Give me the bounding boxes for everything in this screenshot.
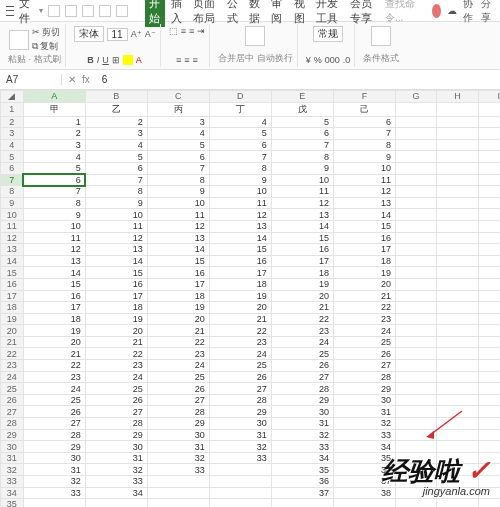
qat-save-icon[interactable]: [48, 5, 60, 17]
cell[interactable]: 12: [209, 209, 271, 221]
row-header[interactable]: 8: [1, 186, 24, 198]
row-header[interactable]: 10: [1, 209, 24, 221]
row-header[interactable]: 13: [1, 244, 24, 256]
cell[interactable]: [478, 313, 500, 325]
cell[interactable]: [395, 267, 436, 279]
cell[interactable]: [395, 348, 436, 360]
cell[interactable]: 21: [85, 336, 147, 348]
cell[interactable]: 33: [23, 487, 85, 499]
cell[interactable]: [437, 186, 478, 198]
cell[interactable]: 丁: [209, 102, 271, 116]
row-header[interactable]: 29: [1, 429, 24, 441]
cell[interactable]: 36: [271, 476, 333, 488]
cell[interactable]: 9: [209, 174, 271, 186]
cell[interactable]: 28: [23, 429, 85, 441]
cell[interactable]: 29: [147, 418, 209, 430]
tab-view[interactable]: 视图: [290, 0, 310, 27]
cell[interactable]: [395, 162, 436, 174]
cell[interactable]: 31: [147, 441, 209, 453]
font-size-select[interactable]: 11: [107, 28, 128, 41]
cell[interactable]: 29: [209, 406, 271, 418]
cell[interactable]: 丙: [147, 102, 209, 116]
cell[interactable]: 21: [333, 290, 395, 302]
cell[interactable]: [437, 360, 478, 372]
cell[interactable]: 30: [85, 441, 147, 453]
search-input[interactable]: 查找命令...: [385, 0, 417, 25]
row-header[interactable]: 9: [1, 197, 24, 209]
cell[interactable]: 31: [85, 452, 147, 464]
cell[interactable]: 9: [85, 197, 147, 209]
cell[interactable]: 23: [271, 325, 333, 337]
cell[interactable]: 20: [147, 313, 209, 325]
cell[interactable]: 27: [23, 418, 85, 430]
cell[interactable]: 24: [333, 325, 395, 337]
cell[interactable]: 8: [271, 151, 333, 163]
cell[interactable]: 6: [333, 116, 395, 128]
cell[interactable]: [478, 441, 500, 453]
cell[interactable]: 15: [271, 232, 333, 244]
cell[interactable]: 14: [333, 209, 395, 221]
cell[interactable]: 23: [23, 371, 85, 383]
cell[interactable]: 11: [147, 209, 209, 221]
row-header[interactable]: 11: [1, 220, 24, 232]
row-header[interactable]: 6: [1, 162, 24, 174]
col-header-H[interactable]: H: [437, 91, 478, 103]
cell[interactable]: [395, 209, 436, 221]
row-header[interactable]: 3: [1, 128, 24, 140]
cell[interactable]: [437, 336, 478, 348]
cell[interactable]: 26: [209, 371, 271, 383]
cell[interactable]: 19: [85, 313, 147, 325]
cell[interactable]: 15: [333, 220, 395, 232]
cell[interactable]: [478, 244, 500, 256]
cell[interactable]: [437, 174, 478, 186]
cell[interactable]: 26: [333, 348, 395, 360]
cell[interactable]: 35: [271, 464, 333, 476]
cell[interactable]: [478, 360, 500, 372]
cell[interactable]: 4: [209, 116, 271, 128]
font-color-button[interactable]: A: [136, 55, 142, 65]
align-top-icon[interactable]: ⬚: [169, 26, 178, 36]
cell[interactable]: 9: [271, 162, 333, 174]
cell[interactable]: [395, 174, 436, 186]
cell[interactable]: [437, 487, 478, 499]
qat-redo-icon[interactable]: [116, 5, 128, 17]
cell[interactable]: 6: [147, 151, 209, 163]
qat-print-icon[interactable]: [65, 5, 77, 17]
cell[interactable]: 11: [85, 220, 147, 232]
row-header[interactable]: 34: [1, 487, 24, 499]
qat-undo-icon[interactable]: [99, 5, 111, 17]
row-header[interactable]: 17: [1, 290, 24, 302]
cell[interactable]: 3: [23, 139, 85, 151]
cell[interactable]: 12: [23, 244, 85, 256]
cell[interactable]: 27: [209, 383, 271, 395]
align-mid-icon[interactable]: ≡: [181, 26, 186, 36]
cell[interactable]: 13: [147, 232, 209, 244]
cell[interactable]: 33: [209, 452, 271, 464]
collab-button[interactable]: 协作: [463, 0, 476, 25]
cell[interactable]: 30: [209, 418, 271, 430]
cell[interactable]: 17: [271, 255, 333, 267]
cell[interactable]: 13: [23, 255, 85, 267]
cell[interactable]: [478, 278, 500, 290]
cell[interactable]: [437, 278, 478, 290]
font-name-select[interactable]: 宋体: [74, 26, 104, 42]
row-header[interactable]: 35: [1, 499, 24, 507]
cell[interactable]: 14: [209, 232, 271, 244]
cell[interactable]: [478, 186, 500, 198]
cell[interactable]: 8: [209, 162, 271, 174]
col-header-I[interactable]: I: [478, 91, 500, 103]
paste-icon[interactable]: [9, 30, 29, 50]
cell[interactable]: [478, 429, 500, 441]
cell[interactable]: 乙: [85, 102, 147, 116]
cell[interactable]: [395, 487, 436, 499]
cell[interactable]: 14: [271, 220, 333, 232]
cell[interactable]: [209, 464, 271, 476]
cell[interactable]: 5: [147, 139, 209, 151]
select-all-corner[interactable]: ◢: [1, 91, 24, 103]
cell[interactable]: [271, 499, 333, 507]
cell[interactable]: [437, 302, 478, 314]
cell[interactable]: [395, 383, 436, 395]
cell[interactable]: [395, 197, 436, 209]
fx-icon[interactable]: fx: [82, 74, 90, 85]
italic-button[interactable]: I: [97, 55, 100, 65]
